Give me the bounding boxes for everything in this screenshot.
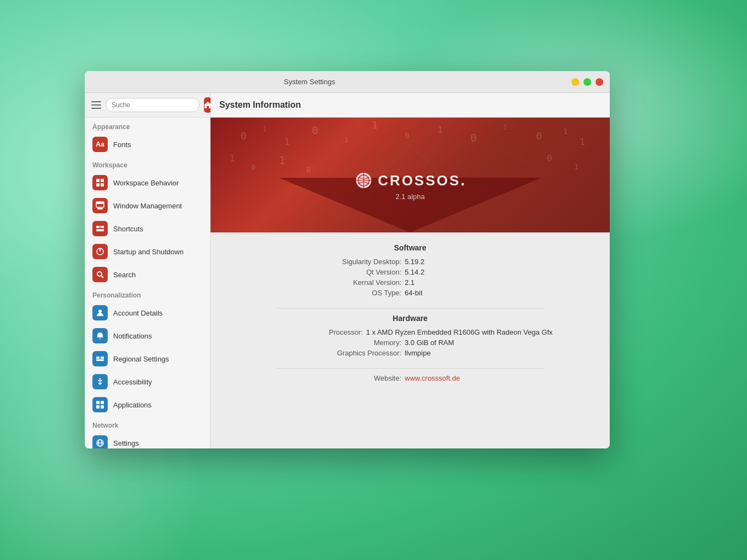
- svg-rect-25: [96, 405, 100, 409]
- software-label-1: Qt Version:: [306, 268, 405, 276]
- maximize-button[interactable]: [583, 78, 591, 86]
- fonts-icon: Aa: [92, 137, 108, 152]
- software-block: Software Sigularity Desktop: 5.19.2 Qt V…: [243, 243, 577, 297]
- svg-text:1: 1: [345, 136, 348, 144]
- software-title: Software: [243, 243, 577, 252]
- minimize-button[interactable]: [571, 78, 579, 86]
- svg-rect-3: [96, 179, 100, 182]
- sidebar-item-accessibility[interactable]: Accessibility: [85, 370, 210, 393]
- svg-text:1: 1: [284, 137, 290, 147]
- software-label-3: OS Type:: [306, 289, 405, 297]
- hardware-label-1: Memory:: [306, 339, 405, 347]
- sidebar-item-label-workspace-behavior: Workspace Behavior: [113, 179, 179, 187]
- hardware-value-2: llvmpipe: [405, 349, 514, 357]
- svg-rect-19: [96, 357, 100, 359]
- website-link[interactable]: www.crosssoft.de: [405, 374, 514, 382]
- info-section: Software Sigularity Desktop: 5.19.2 Qt V…: [211, 232, 610, 404]
- sidebar-item-label-notifications: Notifications: [113, 332, 152, 340]
- sidebar-item-account-details[interactable]: Account Details: [85, 301, 210, 324]
- sidebar-item-workspace-behavior[interactable]: Workspace Behavior: [85, 171, 210, 194]
- window-management-icon: [92, 198, 108, 213]
- svg-rect-12: [101, 226, 104, 228]
- hardware-value-0: 1 x AMD Ryzen Embedded R1606G with Radeo…: [366, 328, 552, 336]
- close-button[interactable]: [596, 78, 603, 86]
- title-bar: System Settings: [85, 71, 610, 93]
- svg-text:0: 0: [405, 131, 409, 140]
- svg-rect-23: [96, 401, 100, 404]
- content-toolbar: System Information: [211, 93, 610, 117]
- software-label-0: Sigularity Desktop:: [306, 258, 405, 266]
- svg-rect-11: [100, 226, 101, 228]
- svg-line-17: [101, 276, 103, 278]
- sidebar-item-shortcuts[interactable]: Shortcuts: [85, 217, 210, 240]
- svg-text:0: 0: [252, 164, 255, 171]
- system-settings-window: System Settings System: [85, 71, 610, 448]
- sidebar-item-applications[interactable]: Applications: [85, 393, 210, 416]
- svg-rect-21: [96, 359, 104, 361]
- hamburger-menu-icon[interactable]: [91, 98, 101, 112]
- hardware-row-2: Graphics Processor: llvmpipe: [243, 349, 577, 357]
- sidebar-item-label-applications: Applications: [113, 401, 151, 409]
- sidebar-item-search[interactable]: Search: [85, 263, 210, 286]
- sidebar-toolbar: [85, 93, 211, 117]
- svg-text:1: 1: [372, 119, 378, 131]
- svg-rect-8: [96, 202, 104, 204]
- svg-rect-24: [101, 401, 104, 404]
- hero-logo-dot: .: [460, 172, 465, 189]
- svg-rect-1: [91, 104, 101, 106]
- svg-text:1: 1: [503, 124, 507, 131]
- sidebar-item-label-network-settings: Settings: [113, 439, 139, 447]
- svg-text:1: 1: [437, 125, 443, 135]
- svg-text:0: 0: [547, 153, 552, 164]
- hero-version: 2.1 alpha: [355, 192, 465, 201]
- sidebar-item-network-settings[interactable]: Settings: [85, 431, 210, 448]
- regional-settings-icon: [92, 351, 108, 366]
- hardware-label-0: Processor:: [267, 328, 366, 336]
- svg-rect-9: [97, 208, 103, 209]
- svg-text:1: 1: [574, 162, 579, 171]
- sidebar-item-label-regional-settings: Regional Settings: [113, 355, 169, 363]
- sidebar-item-window-management[interactable]: Window Management: [85, 194, 210, 217]
- sidebar-item-startup-shutdown[interactable]: Startup and Shutdown: [85, 240, 210, 263]
- svg-rect-26: [101, 405, 104, 409]
- hardware-label-2: Graphics Processor:: [306, 349, 405, 357]
- crossos-logo-icon: [355, 172, 372, 189]
- startup-shutdown-icon: [92, 244, 108, 259]
- window-controls: [571, 78, 603, 86]
- content-panel: 0 1 1 0 1 1 0 1 0 1 0 1 1 1 0 1 0: [211, 118, 610, 448]
- sidebar-item-regional-settings[interactable]: Regional Settings: [85, 347, 210, 370]
- software-row-2: Kernal Version: 2.1: [243, 278, 577, 287]
- software-value-2: 2.1: [405, 278, 514, 287]
- software-value-0: 5.19.2: [405, 258, 514, 266]
- sidebar-item-label-search: Search: [113, 271, 136, 279]
- section-label-network: Network: [85, 416, 210, 431]
- software-row-3: OS Type: 64-bit: [243, 289, 577, 297]
- search-input[interactable]: [106, 98, 200, 112]
- hardware-row-0: Processor: 1 x AMD Ryzen Embedded R1606G…: [243, 328, 577, 336]
- svg-text:1: 1: [230, 153, 235, 164]
- sidebar-item-fonts[interactable]: Aa Fonts: [85, 133, 210, 156]
- sidebar-item-notifications[interactable]: Notifications: [85, 324, 210, 347]
- hero-logo-text: CROSSOS.: [378, 172, 465, 189]
- search-icon: [92, 267, 108, 282]
- sidebar-item-label-startup-shutdown: Startup and Shutdown: [113, 248, 184, 256]
- account-details-icon: [92, 305, 108, 320]
- svg-point-16: [97, 272, 102, 276]
- svg-text:1: 1: [563, 127, 568, 136]
- software-row-0: Sigularity Desktop: 5.19.2: [243, 258, 577, 266]
- network-settings-icon: [92, 435, 108, 448]
- svg-text:1: 1: [279, 154, 285, 167]
- hardware-title: Hardware: [243, 314, 577, 323]
- website-label: Website:: [306, 374, 405, 382]
- toolbar-row: System Information: [85, 93, 610, 118]
- svg-rect-13: [96, 229, 104, 231]
- section-divider-1: [276, 308, 544, 308]
- shortcuts-icon: [92, 221, 108, 236]
- hero-logo: CROSSOS.: [355, 172, 465, 189]
- svg-rect-6: [101, 183, 104, 186]
- svg-text:0: 0: [470, 131, 477, 144]
- svg-rect-4: [101, 179, 104, 182]
- section-label-workspace: Workspace: [85, 156, 210, 171]
- svg-rect-5: [96, 183, 100, 186]
- hardware-row-1: Memory: 3.0 GiB of RAM: [243, 339, 577, 347]
